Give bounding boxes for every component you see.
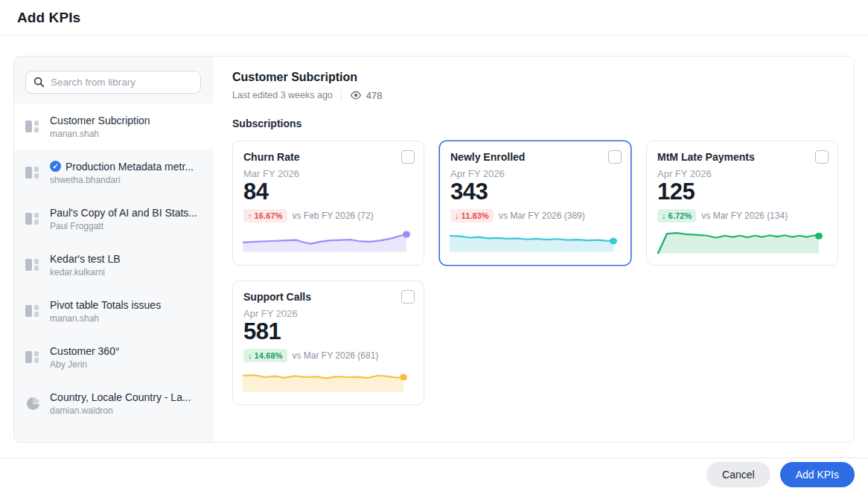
dashboard-icon	[25, 304, 40, 318]
kpi-card-grid: Churn Rate Mar FY 2026 84 ↑ 16.67% vs Fe…	[232, 141, 836, 405]
library-item-title: Production Metadata metr...	[66, 161, 194, 173]
library-item-title: Kedar's test LB	[50, 253, 121, 265]
kpi-sparkline-chart	[657, 227, 826, 255]
kpi-name: Churn Rate	[243, 151, 413, 163]
kpi-value: 581	[243, 319, 413, 345]
views-counter: 478	[350, 89, 383, 101]
library-item-title: Customer Subcription	[50, 115, 150, 126]
section-title: Subscriptions	[232, 118, 836, 129]
pie-chart-icon	[27, 397, 39, 410]
library-list-item[interactable]: ✓ Customer Subcription manan.shah	[14, 103, 212, 150]
kpi-delta-value: 11.83%	[462, 211, 489, 220]
library-item-owner: Aby Jerin	[50, 359, 205, 370]
library-item-owner: Paul Froggatt	[50, 221, 205, 231]
library-item-owner: shwetha.bhandari	[50, 175, 205, 185]
kpi-delta-badge: ↓ 14.68%	[243, 349, 287, 362]
search-input[interactable]	[51, 77, 193, 88]
library-list-item[interactable]: ✓ Customer 360° Aby Jerin	[14, 334, 212, 380]
kpi-period: Apr FY 2026	[243, 308, 413, 319]
trend-arrow-icon: ↓	[455, 211, 459, 220]
kpi-period: Apr FY 2026	[450, 168, 620, 179]
search-icon	[33, 77, 45, 88]
meta-row: Last edited 3 weeks ago 478	[232, 89, 836, 101]
kpi-checkbox[interactable]	[608, 150, 622, 164]
library-item-owner: manan.shah	[50, 129, 205, 139]
kpi-sparkline-chart	[450, 227, 619, 255]
trend-arrow-icon: ↑	[248, 211, 252, 220]
page-header: Add KPIs	[0, 0, 868, 36]
dashboard-icon	[25, 119, 40, 134]
search-box[interactable]	[25, 71, 201, 94]
dashboard-title: Customer Subcription	[232, 71, 836, 84]
library-list-item[interactable]: ✓ Country, Locale Country - La... damian…	[14, 380, 212, 426]
kpi-checkbox[interactable]	[401, 150, 415, 164]
library-item-owner: manan.shah	[50, 313, 205, 324]
library-list-item[interactable]: ✓ Production Metadata metr... shwetha.bh…	[14, 150, 212, 196]
page-title: Add KPIs	[17, 10, 868, 26]
library-list-item[interactable]: ✓ Kedar's test LB kedar.kulkarni	[14, 242, 212, 288]
kpi-value: 125	[657, 179, 827, 205]
kpi-card[interactable]: MtM Late Payments Apr FY 2026 125 ↓ 6.72…	[646, 141, 838, 266]
last-edited-text: Last edited 3 weeks ago	[232, 90, 333, 100]
cancel-button[interactable]: Cancel	[706, 462, 770, 487]
kpi-delta-value: 16.67%	[255, 211, 283, 220]
dashboard-icon	[25, 211, 40, 226]
library-item-title: Customer 360°	[50, 345, 120, 357]
dashboard-icon	[25, 257, 40, 272]
kpi-comparison-text: vs Mar FY 2026 (134)	[701, 211, 788, 221]
kpi-name: MtM Late Payments	[657, 151, 827, 163]
library-list-item[interactable]: ✓ Paul's Copy of AI and BI Stats... Paul…	[14, 196, 212, 242]
verified-badge-icon: ✓	[50, 161, 61, 172]
library-sidebar: ✓ Customer Subcription manan.shah ✓ Prod…	[14, 57, 213, 442]
views-count: 478	[366, 90, 383, 101]
main-content: Customer Subcription Last edited 3 weeks…	[213, 57, 854, 442]
trend-arrow-icon: ↓	[248, 351, 252, 360]
kpi-value: 84	[243, 179, 413, 205]
kpi-card[interactable]: Churn Rate Mar FY 2026 84 ↑ 16.67% vs Fe…	[232, 141, 424, 266]
kpi-checkbox[interactable]	[401, 290, 415, 304]
dialog-footer: Cancel Add KPIs	[0, 458, 868, 491]
kpi-period: Apr FY 2026	[657, 168, 827, 179]
library-item-title: Country, Locale Country - La...	[50, 391, 191, 403]
kpi-delta-badge: ↓ 6.72%	[657, 209, 696, 222]
kpi-period: Mar FY 2026	[243, 168, 413, 179]
add-kpis-button[interactable]: Add KPIs	[780, 462, 855, 487]
dashboard-icon	[25, 350, 40, 365]
kpi-value: 343	[450, 179, 620, 205]
library-item-title: Pivot table Totals issues	[50, 299, 161, 311]
kpi-delta-badge: ↑ 16.67%	[243, 209, 287, 222]
kpi-name: Support Calls	[243, 291, 413, 303]
kpi-card[interactable]: Support Calls Apr FY 2026 581 ↓ 14.68% v…	[232, 280, 424, 405]
library-list: ✓ Customer Subcription manan.shah ✓ Prod…	[14, 103, 212, 426]
library-item-title: Paul's Copy of AI and BI Stats...	[50, 207, 197, 219]
kpi-comparison-text: vs Mar FY 2026 (389)	[499, 211, 585, 221]
kpi-comparison-text: vs Feb FY 2026 (72)	[293, 211, 374, 221]
kpi-delta-value: 6.72%	[668, 211, 692, 220]
kpi-card[interactable]: Newly Enrolled Apr FY 2026 343 ↓ 11.83% …	[439, 141, 631, 266]
kpi-checkbox[interactable]	[815, 150, 829, 164]
library-list-item[interactable]: ✓ Pivot table Totals issues manan.shah	[14, 288, 212, 334]
meta-divider	[341, 89, 342, 101]
library-item-owner: kedar.kulkarni	[50, 267, 205, 277]
kpi-comparison-text: vs Mar FY 2026 (681)	[293, 350, 379, 361]
dashboard-icon	[25, 165, 40, 180]
kpi-delta-value: 14.68%	[255, 351, 283, 360]
eye-icon	[350, 89, 362, 101]
library-item-owner: damian.waldron	[50, 405, 205, 416]
kpi-library-panel: ✓ Customer Subcription manan.shah ✓ Prod…	[13, 56, 855, 443]
kpi-sparkline-chart	[243, 367, 412, 395]
trend-arrow-icon: ↓	[662, 211, 666, 220]
kpi-name: Newly Enrolled	[450, 151, 620, 163]
kpi-delta-badge: ↓ 11.83%	[450, 209, 494, 222]
kpi-sparkline-chart	[243, 227, 412, 255]
